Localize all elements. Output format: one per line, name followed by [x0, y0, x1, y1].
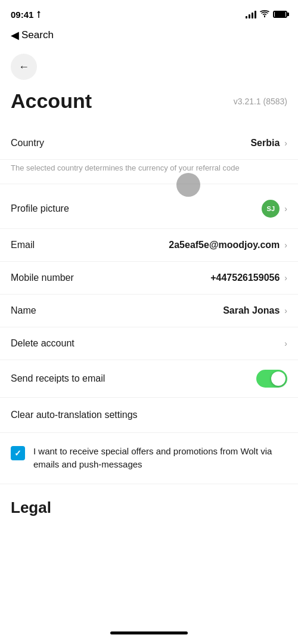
location-icon	[36, 11, 42, 18]
back-button[interactable]: ←	[11, 54, 37, 80]
page-header: Account v3.21.1 (8583)	[0, 85, 298, 127]
back-btn-container: ←	[0, 47, 298, 85]
avatar: SJ	[262, 200, 280, 218]
name-right: Sarah Jonas ›	[223, 305, 287, 316]
avatar-initials: SJ	[267, 205, 275, 212]
country-section: Country Serbia › The selected country de…	[0, 127, 298, 184]
delete-account-row[interactable]: Delete account ›	[0, 327, 298, 360]
send-receipts-label: Send receipts to email	[11, 373, 105, 384]
checkbox-checkmark-icon: ✓	[14, 448, 21, 458]
name-value: Sarah Jonas	[223, 305, 280, 316]
email-chevron-icon: ›	[284, 240, 287, 250]
country-right: Serbia ›	[250, 138, 287, 148]
country-row[interactable]: Country Serbia ›	[0, 127, 298, 160]
email-label: Email	[11, 240, 35, 250]
mobile-label: Mobile number	[11, 273, 74, 283]
delete-chevron-icon: ›	[284, 339, 287, 348]
country-chevron-icon: ›	[284, 138, 287, 148]
profile-chevron-icon: ›	[284, 204, 287, 213]
toggle-thumb	[271, 371, 285, 386]
home-bar	[110, 631, 188, 634]
back-search-link[interactable]: ◀ Search	[11, 29, 54, 42]
clear-translation-row[interactable]: Clear auto-translation settings	[0, 398, 298, 433]
page-title: Account	[11, 89, 92, 113]
email-row[interactable]: Email 2a5eaf5e@moodjoy.com ›	[0, 229, 298, 262]
profile-picture-right: SJ ›	[262, 200, 287, 218]
clear-translation-label: Clear auto-translation settings	[11, 410, 138, 420]
country-label: Country	[11, 138, 44, 148]
status-bar: 09:41	[0, 0, 298, 26]
toggle-track	[256, 370, 287, 388]
nav-bar: ◀ Search	[0, 26, 298, 47]
delete-account-right: ›	[284, 339, 287, 348]
status-icons	[246, 10, 287, 19]
mobile-value: +447526159056	[210, 273, 280, 283]
back-search-label: Search	[21, 29, 54, 41]
send-receipts-toggle[interactable]	[256, 370, 287, 388]
delete-account-label: Delete account	[11, 338, 74, 349]
name-chevron-icon: ›	[284, 306, 287, 315]
signal-bars-icon	[246, 10, 256, 18]
home-indicator	[0, 626, 298, 639]
time-display: 09:41	[11, 10, 33, 20]
legal-section: Legal	[0, 484, 298, 522]
mobile-number-row[interactable]: Mobile number +447526159056 ›	[0, 262, 298, 295]
email-right: 2a5eaf5e@moodjoy.com ›	[169, 240, 287, 250]
email-value: 2a5eaf5e@moodjoy.com	[169, 240, 280, 250]
mobile-chevron-icon: ›	[284, 273, 287, 283]
send-receipts-row[interactable]: Send receipts to email	[0, 360, 298, 398]
offers-checkbox-label: I want to receive special offers and pro…	[33, 445, 287, 472]
offers-checkbox[interactable]: ✓	[11, 446, 25, 460]
wifi-icon	[260, 10, 269, 19]
country-note: The selected country determines the curr…	[0, 160, 298, 184]
country-value: Serbia	[250, 138, 280, 148]
version-label: v3.21.1 (8583)	[234, 97, 287, 106]
profile-picture-row[interactable]: Profile picture SJ ›	[0, 189, 298, 229]
name-row[interactable]: Name Sarah Jonas ›	[0, 295, 298, 327]
battery-icon	[273, 11, 287, 18]
mobile-right: +447526159056 ›	[210, 273, 287, 283]
checkbox-row[interactable]: ✓ I want to receive special offers and p…	[0, 433, 298, 484]
name-label: Name	[11, 305, 36, 316]
back-arrow-icon: ◀	[11, 29, 19, 42]
back-arrow-circle-icon: ←	[18, 61, 29, 73]
profile-picture-label: Profile picture	[11, 203, 69, 214]
status-time: 09:41	[11, 10, 42, 20]
legal-title: Legal	[11, 499, 287, 517]
